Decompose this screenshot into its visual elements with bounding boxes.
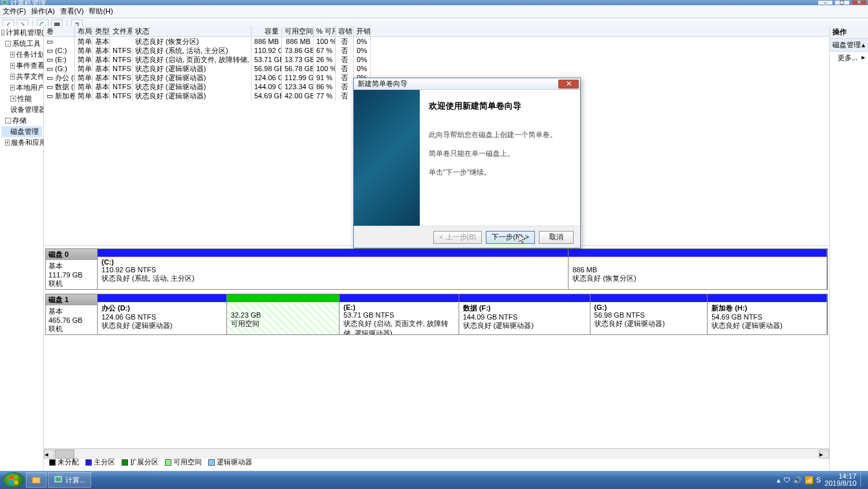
- close-button[interactable]: ✕: [851, 0, 867, 5]
- tray-shield-icon[interactable]: 🛡: [783, 476, 790, 484]
- show-desktop-button[interactable]: [860, 473, 865, 487]
- chevron-right-icon: ▸: [862, 53, 865, 61]
- disk-0-info[interactable]: 磁盘 0 基本 111.79 GB 联机: [46, 249, 98, 289]
- taskbar-app-compmgmt[interactable]: 计算...: [48, 472, 91, 488]
- disk-0-label: 磁盘 0: [46, 249, 97, 260]
- wizard-titlebar[interactable]: 新建简单卷向导 ✕: [354, 78, 580, 90]
- wizard-close-button[interactable]: ✕: [558, 80, 579, 89]
- disk-1-partition-h[interactable]: 新加卷 (H:) 54.69 GB NTFS 状态良好 (逻辑驱动器): [708, 294, 827, 334]
- menu-action[interactable]: 操作(A): [31, 6, 55, 16]
- disk-0-state: 联机: [49, 279, 94, 288]
- col-pctfree[interactable]: % 可用: [314, 26, 336, 36]
- taskbar-explorer[interactable]: [26, 472, 47, 488]
- col-type[interactable]: 类型: [92, 26, 110, 36]
- svg-rect-4: [14, 481, 18, 484]
- svg-rect-6: [55, 477, 61, 482]
- col-capacity[interactable]: 容量: [252, 26, 282, 36]
- tree-device-manager[interactable]: 设备管理器: [1, 104, 42, 115]
- col-status[interactable]: 状态: [133, 26, 252, 36]
- wizard-text-1: 此向导帮助您在磁盘上创建一个简单卷。: [429, 130, 571, 140]
- wizard-sidebar-image: [354, 90, 420, 226]
- disk-0-size: 111.79 GB: [49, 271, 94, 279]
- menu-file[interactable]: 文件(F): [3, 6, 26, 16]
- svg-rect-1: [9, 475, 13, 479]
- app-icon: [1, 0, 8, 5]
- disk-0-type: 基本: [49, 261, 94, 271]
- tree-local-users[interactable]: +本地用户和: [1, 82, 42, 93]
- disk-0-partition-recovery[interactable]: 886 MB 状态良好 (恢复分区): [569, 249, 827, 289]
- tray-up-icon[interactable]: ▴: [777, 476, 781, 484]
- cursor-icon: [519, 234, 526, 244]
- tray-sound-icon[interactable]: 🔊: [793, 476, 802, 484]
- svg-rect-3: [9, 481, 13, 484]
- menu-bar: 文件(F) 操作(A) 查看(V) 帮助(H): [0, 5, 868, 18]
- wizard-cancel-button[interactable]: 取消: [539, 231, 574, 244]
- tree-disk-management[interactable]: 磁盘管理: [1, 126, 42, 137]
- col-volume[interactable]: 卷: [44, 26, 75, 36]
- actions-diskmgmt[interactable]: 磁盘管理 ▴: [830, 39, 868, 52]
- wizard-text-3: 单击"下一步"继续。: [429, 168, 571, 177]
- folder-icon: [32, 475, 41, 484]
- tree-performance[interactable]: +性能: [1, 93, 42, 104]
- wizard-heading: 欢迎使用新建简单卷向导: [429, 100, 571, 112]
- wizard-title: 新建简单卷向导: [358, 79, 407, 89]
- disk-1-info[interactable]: 磁盘 1 基本 465.76 GB 联机: [46, 294, 98, 334]
- tree-event-viewer[interactable]: +事件查看器: [1, 60, 42, 71]
- taskbar: 计算... ▴ 🛡 🔊 📶 S 14:17 2019/8/10: [0, 471, 868, 489]
- disk-1-partition-e[interactable]: (E:) 53.71 GB NTFS 状态良好 (启动, 页面文件, 故障转储,…: [340, 294, 459, 334]
- svg-rect-5: [32, 477, 40, 483]
- disk-graphic-panel: 磁盘 0 基本 111.79 GB 联机 (C:) 110.92 GB NTFS…: [44, 246, 829, 448]
- taskbar-clock[interactable]: 14:17 2019/8/10: [825, 473, 856, 487]
- disk-1-free-space[interactable]: 32.23 GB 可用空间: [227, 294, 340, 334]
- disk-1-type: 基本: [49, 307, 94, 316]
- disk-0-partition-c[interactable]: (C:) 110.92 GB NTFS 状态良好 (系统, 活动, 主分区): [98, 249, 569, 289]
- tree-system-tools[interactable]: -系统工具: [1, 38, 42, 49]
- wizard-back-button: < 上一步(B): [433, 231, 482, 244]
- disk-1-state: 联机: [49, 324, 94, 334]
- wizard-text-2: 简单卷只能在单一磁盘上。: [429, 149, 571, 158]
- disk-1-partition-d[interactable]: 办公 (D:) 124.06 GB NTFS 状态良好 (逻辑驱动器): [98, 294, 227, 334]
- window-titlebar: 计算机管理 – ▢ ✕: [0, 0, 868, 5]
- tree-root[interactable]: -计算机管理(本: [1, 27, 42, 38]
- svg-rect-2: [14, 475, 18, 479]
- volume-list-header: 卷 布局 类型 文件系统 状态 容量 可用空间 % 可用 容错 开销: [44, 26, 829, 37]
- col-filesystem[interactable]: 文件系统: [110, 26, 133, 36]
- tray-network-icon[interactable]: 📶: [805, 476, 814, 484]
- wizard-next-button[interactable]: 下一步(N) >: [486, 231, 535, 244]
- tree-shared-folders[interactable]: +共享文件夹: [1, 71, 42, 82]
- tree-services-apps[interactable]: +服务和应用程: [1, 137, 42, 148]
- disk-1-row: 磁盘 1 基本 465.76 GB 联机 办公 (D:) 124.06 GB N…: [45, 294, 828, 335]
- compmgmt-icon: [54, 475, 63, 484]
- tree-storage[interactable]: -存储: [1, 115, 42, 126]
- menu-help[interactable]: 帮助(H): [89, 6, 113, 16]
- disk-1-partition-g[interactable]: (G:) 56.98 GB NTFS 状态良好 (逻辑驱动器): [591, 294, 708, 334]
- col-free[interactable]: 可用空间: [282, 26, 314, 36]
- col-fault[interactable]: 容错: [336, 26, 354, 36]
- system-tray[interactable]: ▴ 🛡 🔊 📶 S: [777, 476, 821, 484]
- nav-tree: -计算机管理(本 -系统工具 +任务计划程 +事件查看器 +共享文件夹 +本地用…: [0, 26, 44, 471]
- tree-task-scheduler[interactable]: +任务计划程: [1, 49, 42, 60]
- tray-ime-icon[interactable]: S: [816, 476, 821, 484]
- disk-legend: 未分配 主分区 扩展分区 可用空间 逻辑驱动器: [44, 456, 829, 468]
- chevron-up-icon: ▴: [862, 41, 865, 49]
- actions-header: 操作: [830, 26, 868, 39]
- disk-1-size: 465.76 GB: [49, 316, 94, 324]
- actions-more[interactable]: 更多... ▸: [830, 52, 868, 64]
- col-layout[interactable]: 布局: [75, 26, 92, 36]
- svg-rect-0: [2, 1, 7, 5]
- disk-1-partition-f[interactable]: 数据 (F:) 144.09 GB NTFS 状态良好 (逻辑驱动器): [459, 294, 591, 334]
- start-button[interactable]: [3, 472, 25, 488]
- new-simple-volume-wizard: 新建简单卷向导 ✕ 欢迎使用新建简单卷向导 此向导帮助您在磁盘上创建一个简单卷。…: [353, 78, 581, 248]
- menu-view[interactable]: 查看(V): [60, 6, 84, 16]
- minimize-button[interactable]: –: [818, 0, 833, 5]
- actions-pane: 操作 磁盘管理 ▴ 更多... ▸: [829, 26, 868, 471]
- col-overhead[interactable]: 开销: [354, 26, 371, 36]
- maximize-button[interactable]: ▢: [834, 0, 850, 5]
- disk-0-row: 磁盘 0 基本 111.79 GB 联机 (C:) 110.92 GB NTFS…: [45, 248, 828, 290]
- disk-1-label: 磁盘 1: [46, 294, 97, 305]
